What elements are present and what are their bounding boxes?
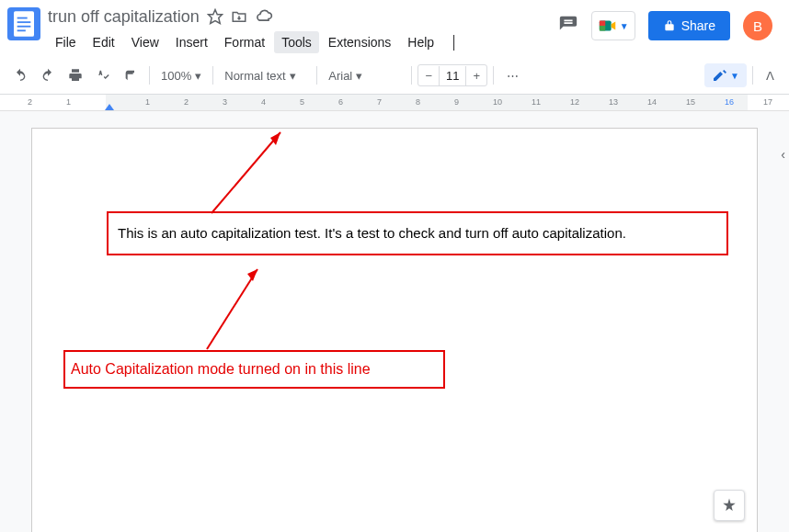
separator xyxy=(149,66,150,85)
separator xyxy=(752,66,753,85)
menu-view[interactable]: View xyxy=(124,31,166,53)
lock-icon xyxy=(663,19,676,32)
chevron-down-icon: ▾ xyxy=(356,69,362,83)
separator xyxy=(493,66,494,85)
paint-format-button[interactable] xyxy=(118,62,143,88)
explore-button[interactable] xyxy=(714,490,745,521)
document-title[interactable]: trun off capitalization xyxy=(48,7,200,27)
menu-edit[interactable]: Edit xyxy=(86,31,122,53)
redo-button[interactable] xyxy=(35,62,61,88)
comment-history-icon[interactable] xyxy=(558,15,578,38)
spellcheck-button[interactable] xyxy=(90,62,116,88)
zoom-dropdown[interactable]: 100%▾ xyxy=(155,65,207,86)
svg-rect-0 xyxy=(14,11,34,37)
side-panel-toggle[interactable]: ‹ xyxy=(781,147,785,162)
separator xyxy=(411,66,412,85)
horizontal-ruler[interactable]: 2 1 1 2 3 4 5 6 7 8 9 10 11 12 13 14 15 … xyxy=(0,95,789,111)
font-size-group: − 11 + xyxy=(417,64,487,86)
svg-marker-10 xyxy=(270,132,280,145)
document-text-line[interactable]: This is an auto capitalization test. It'… xyxy=(118,223,626,244)
share-button[interactable]: Share xyxy=(648,11,730,40)
menu-more[interactable]: │ xyxy=(443,31,466,53)
editing-mode-button[interactable]: ▼ xyxy=(704,63,747,87)
document-canvas[interactable]: This is an auto capitalization test. It'… xyxy=(0,111,789,532)
svg-rect-1 xyxy=(17,17,28,19)
chevron-down-icon: ▼ xyxy=(730,71,739,81)
svg-rect-8 xyxy=(600,26,605,31)
svg-marker-12 xyxy=(247,269,257,281)
svg-rect-2 xyxy=(17,21,31,23)
cloud-status-icon[interactable] xyxy=(255,7,273,26)
paragraph-style-dropdown[interactable]: Normal text▾ xyxy=(219,65,311,86)
menu-format[interactable]: Format xyxy=(217,31,272,53)
font-family-dropdown[interactable]: Arial▾ xyxy=(323,65,406,86)
menu-insert[interactable]: Insert xyxy=(168,31,215,53)
left-margin-marker[interactable] xyxy=(105,104,114,110)
share-label: Share xyxy=(681,18,715,33)
annotation-caption: Auto Capitalization mode turned on in th… xyxy=(71,361,371,378)
separator xyxy=(316,66,317,85)
font-size-decrease[interactable]: − xyxy=(418,65,439,85)
menubar: File Edit View Insert Format Tools Exten… xyxy=(48,31,558,53)
svg-line-9 xyxy=(212,132,280,213)
move-folder-icon[interactable] xyxy=(231,8,247,25)
menu-tools[interactable]: Tools xyxy=(274,31,319,53)
menu-file[interactable]: File xyxy=(48,31,84,53)
font-size-increase[interactable]: + xyxy=(466,65,486,85)
meet-icon xyxy=(598,16,618,36)
account-avatar[interactable]: B xyxy=(743,11,772,40)
annotation-caption-box: Auto Capitalization mode turned on in th… xyxy=(63,350,445,389)
undo-button[interactable] xyxy=(7,62,33,88)
docs-app-icon[interactable] xyxy=(7,7,40,40)
annotation-box-text: This is an auto capitalization test. It'… xyxy=(107,211,728,255)
collapse-toolbar-button[interactable]: ᐱ xyxy=(759,65,782,86)
svg-rect-3 xyxy=(17,26,31,28)
star-icon[interactable] xyxy=(207,8,223,25)
svg-line-11 xyxy=(207,269,257,349)
chevron-down-icon: ▾ xyxy=(290,69,296,83)
chevron-down-icon: ▼ xyxy=(620,21,629,31)
svg-marker-5 xyxy=(208,10,222,24)
svg-rect-4 xyxy=(17,29,26,31)
menu-extensions[interactable]: Extensions xyxy=(321,31,398,53)
pencil-icon xyxy=(712,68,726,83)
chevron-down-icon: ▾ xyxy=(195,69,201,83)
toolbar: 100%▾ Normal text▾ Arial▾ − 11 + ⋯ ▼ ᐱ xyxy=(0,57,789,95)
separator xyxy=(212,66,213,85)
annotation-arrow xyxy=(202,121,294,222)
svg-rect-7 xyxy=(600,21,605,27)
meet-button[interactable]: ▼ xyxy=(591,11,635,40)
page[interactable]: This is an auto capitalization test. It'… xyxy=(31,128,758,532)
more-tools-button[interactable]: ⋯ xyxy=(499,62,525,88)
menu-help[interactable]: Help xyxy=(400,31,441,53)
font-size-input[interactable]: 11 xyxy=(439,66,466,85)
print-button[interactable] xyxy=(63,62,88,88)
annotation-arrow xyxy=(198,262,271,354)
